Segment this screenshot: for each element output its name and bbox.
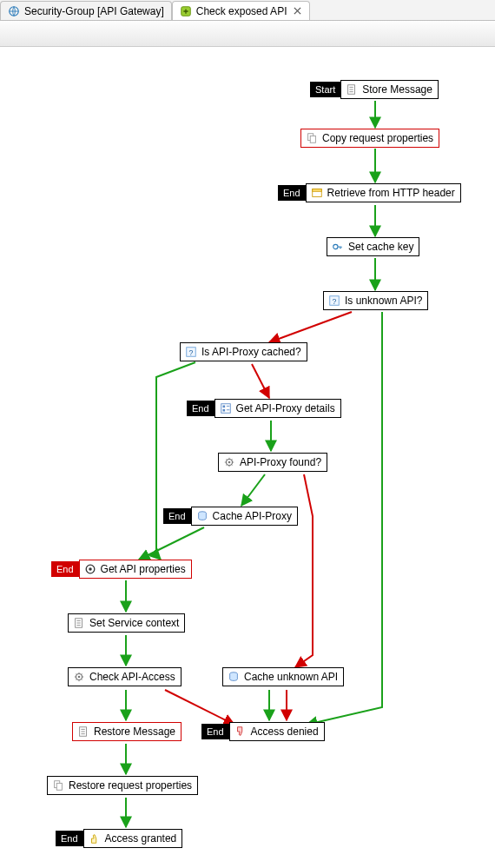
node-label: Store Message bbox=[362, 83, 432, 96]
globe-icon bbox=[8, 5, 20, 17]
node-is-api-proxy-cached[interactable]: ? Is API-Proxy cached? bbox=[180, 342, 307, 361]
node-access-granted[interactable]: End Access granted bbox=[56, 829, 182, 848]
node-label: Set cache key bbox=[348, 241, 413, 253]
question-icon: ? bbox=[327, 294, 341, 308]
node-label: Set Service context bbox=[89, 617, 179, 629]
details-icon bbox=[219, 401, 233, 415]
node-label: Access granted bbox=[105, 832, 177, 845]
node-label: Copy request properties bbox=[322, 132, 433, 144]
node-set-cache-key[interactable]: Set cache key bbox=[327, 237, 419, 256]
node-label: Restore Message bbox=[94, 726, 175, 738]
node-cache-unknown-api[interactable]: Cache unknown API bbox=[222, 667, 344, 686]
node-label: API-Proxy found? bbox=[240, 456, 321, 468]
svg-rect-14 bbox=[222, 409, 225, 412]
node-get-api-proxy-details[interactable]: End Get API-Proxy details bbox=[187, 399, 341, 418]
cache-icon bbox=[227, 670, 241, 684]
start-tag: Start bbox=[310, 82, 340, 97]
svg-rect-4 bbox=[310, 136, 315, 142]
node-label: Restore request properties bbox=[69, 779, 192, 792]
node-label: Retrieve from HTTP header bbox=[327, 187, 455, 199]
canvas-area: Start Store Message Copy request propert… bbox=[0, 21, 495, 868]
node-api-proxy-found[interactable]: API-Proxy found? bbox=[218, 453, 327, 472]
svg-rect-26 bbox=[56, 783, 62, 790]
node-cache-api-proxy[interactable]: End Cache API-Proxy bbox=[163, 507, 298, 526]
toolbar-strip bbox=[0, 21, 495, 47]
end-tag: End bbox=[278, 185, 306, 201]
node-get-api-properties[interactable]: End Get API properties bbox=[51, 560, 192, 579]
page-icon bbox=[345, 83, 359, 96]
end-tag: End bbox=[163, 508, 191, 524]
svg-point-22 bbox=[78, 676, 81, 679]
node-label: Is API-Proxy cached? bbox=[201, 346, 301, 358]
header-icon bbox=[310, 186, 324, 200]
tab-security-group[interactable]: Security-Group [API Gateway] bbox=[0, 1, 172, 20]
svg-rect-6 bbox=[312, 189, 321, 192]
tab-bar: Security-Group [API Gateway] Check expos… bbox=[0, 0, 495, 21]
key-icon bbox=[331, 240, 345, 254]
copy-icon bbox=[305, 131, 319, 145]
gear-icon bbox=[222, 455, 236, 469]
tab-label: Check exposed API bbox=[196, 5, 287, 17]
circle-icon bbox=[83, 562, 97, 576]
tab-label: Security-Group [API Gateway] bbox=[24, 5, 164, 17]
thumbs-down-icon bbox=[234, 725, 248, 739]
node-restore-request-properties[interactable]: Restore request properties bbox=[47, 776, 198, 795]
node-label: Get API-Proxy details bbox=[236, 402, 335, 414]
node-label: Access denied bbox=[251, 726, 319, 738]
node-label: Get API properties bbox=[101, 563, 186, 575]
svg-text:?: ? bbox=[189, 348, 194, 357]
copy-icon bbox=[51, 779, 65, 792]
thumbs-up-icon bbox=[88, 832, 102, 845]
node-label: Check API-Access bbox=[89, 671, 175, 683]
node-label: Is unknown API? bbox=[345, 295, 422, 307]
end-tag: End bbox=[51, 561, 79, 577]
end-tag: End bbox=[187, 401, 214, 416]
node-label: Cache unknown API bbox=[244, 671, 338, 683]
svg-rect-12 bbox=[221, 404, 230, 414]
node-set-service-context[interactable]: Set Service context bbox=[68, 613, 185, 633]
svg-point-16 bbox=[228, 461, 231, 464]
tab-check-exposed-api[interactable]: Check exposed API bbox=[172, 1, 311, 20]
node-access-denied[interactable]: End Access denied bbox=[201, 722, 325, 741]
node-is-unknown-api[interactable]: ? Is unknown API? bbox=[323, 291, 428, 310]
page-icon bbox=[76, 725, 90, 739]
end-tag: End bbox=[56, 831, 83, 846]
node-restore-message[interactable]: Restore Message bbox=[72, 722, 182, 741]
editor-window: Security-Group [API Gateway] Check expos… bbox=[0, 0, 495, 868]
svg-rect-13 bbox=[222, 406, 225, 408]
node-copy-request-properties[interactable]: Copy request properties bbox=[300, 129, 439, 148]
node-label: Cache API-Proxy bbox=[213, 510, 292, 522]
close-icon[interactable] bbox=[292, 6, 302, 17]
cache-icon bbox=[195, 509, 209, 523]
flow-canvas[interactable]: Start Store Message Copy request propert… bbox=[9, 47, 495, 868]
question-icon: ? bbox=[184, 345, 198, 359]
svg-point-7 bbox=[333, 244, 338, 248]
policy-icon bbox=[180, 5, 192, 17]
svg-text:?: ? bbox=[333, 297, 337, 306]
gear-icon bbox=[72, 670, 86, 684]
node-check-api-access[interactable]: Check API-Access bbox=[68, 667, 182, 686]
node-retrieve-http-header[interactable]: End Retrieve from HTTP header bbox=[278, 183, 461, 202]
end-tag: End bbox=[201, 724, 229, 739]
node-store-message[interactable]: Start Store Message bbox=[310, 80, 439, 99]
svg-point-19 bbox=[89, 567, 92, 571]
page-icon bbox=[72, 616, 86, 630]
